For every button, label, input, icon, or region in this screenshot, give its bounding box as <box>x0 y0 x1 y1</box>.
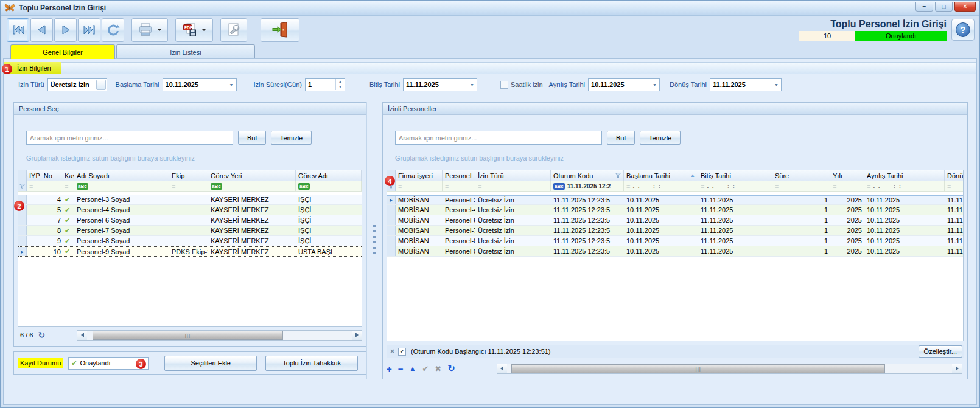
column-header-ekip[interactable]: Ekip <box>169 170 208 181</box>
refresh-button[interactable] <box>102 18 124 42</box>
table-row-selected[interactable]: ▸ 10 ✔ Personel-9 Soyad PDKS Ekip-1 KAYS… <box>18 246 362 257</box>
izinli-table-header: Firma işyeri Personel İzin Türü Oturum K… <box>387 170 963 181</box>
exit-button[interactable] <box>261 18 299 42</box>
next-record-button[interactable] <box>54 18 77 42</box>
personel-table-hscrollbar[interactable]: ||| <box>77 330 362 341</box>
spin-down-icon[interactable]: ▼ <box>336 85 345 90</box>
table-row[interactable]: MOBİSAN Personel-4 S Ücretsiz İzin 11.11… <box>387 205 963 215</box>
column-header-kay[interactable]: Kay <box>63 170 74 181</box>
table-row[interactable]: MOBİSAN Personel-6 S Ücretsiz İzin 11.11… <box>387 215 963 226</box>
izin-suresi-label: İzin Süresi(Gün) <box>254 81 302 88</box>
print-button[interactable] <box>131 18 168 42</box>
table-row[interactable]: MOBİSAN Personel-8 S Ücretsiz İzin 11.11… <box>387 236 963 246</box>
first-record-button[interactable] <box>7 18 29 42</box>
bul-button[interactable]: Bul <box>238 131 266 145</box>
table-row[interactable]: 8 ✔ Personel-7 Soyad KAYSERİ MERKEZ İŞÇİ <box>18 226 362 236</box>
annotation-badge-4: 4 <box>385 176 395 186</box>
column-header-donus-tarihi[interactable]: Dönüş <box>945 170 964 181</box>
izin-suresi-spinner[interactable]: ▲ ▼ <box>335 79 345 90</box>
table-row[interactable]: MOBİSAN Personel-9 S Ücretsiz İzin 11.11… <box>387 246 963 257</box>
izin-suresi-field[interactable]: ▲ ▼ <box>305 78 345 91</box>
column-header-gorev-adi[interactable]: Görev Adı <box>296 170 362 181</box>
izin-turu-input[interactable] <box>48 79 96 91</box>
donus-tarihi-field[interactable]: ▼ <box>710 78 782 91</box>
personel-search-input[interactable] <box>26 131 233 145</box>
edit-row-icon[interactable]: ▲ <box>410 365 416 372</box>
izinli-table-hscrollbar[interactable]: ||| <box>497 364 962 374</box>
export-pdf-button[interactable]: PDF <box>175 18 213 42</box>
scroll-left-arrow[interactable] <box>77 331 87 340</box>
table-row[interactable]: 9 ✔ Personel-8 Soyad KAYSERİ MERKEZ İŞÇİ <box>18 236 362 246</box>
pdf-dropdown-caret[interactable] <box>201 29 206 31</box>
bul-button[interactable]: Bul <box>607 131 635 145</box>
column-header-adi-soyadi[interactable]: Adı Soyadı <box>74 170 169 181</box>
izinli-personeller-header: İzinli Personeller <box>383 103 967 115</box>
temizle-button[interactable]: Temizle <box>271 131 312 145</box>
close-button[interactable]: × <box>954 2 976 12</box>
scroll-right-arrow[interactable] <box>952 364 962 373</box>
table-row[interactable]: 5 ✔ Personel-4 Soyad KAYSERİ MERKEZ İŞÇİ <box>18 205 362 215</box>
ayrilis-tarihi-input[interactable] <box>589 79 650 91</box>
scroll-thumb[interactable]: ||| <box>511 364 885 373</box>
spin-up-icon[interactable]: ▲ <box>336 79 345 85</box>
previous-record-button[interactable] <box>30 18 53 42</box>
column-header-firma[interactable]: Firma işyeri <box>396 170 443 181</box>
saatlik-izin-checkbox[interactable] <box>500 81 508 89</box>
column-header-bitis-tarihi[interactable]: Bitiş Tarihi <box>698 170 772 181</box>
ayrilis-dropdown-icon[interactable]: ▼ <box>650 83 659 87</box>
help-button[interactable]: ? <box>951 19 975 41</box>
toplu-izin-tahakkuk-button[interactable]: Toplu İzin Tahakkuk <box>265 356 358 371</box>
column-header-oturum-kodu[interactable]: Oturum Kodu <box>551 170 624 181</box>
donus-tarihi-input[interactable] <box>710 79 772 91</box>
grid-refresh-icon[interactable]: ↻ <box>38 330 45 340</box>
sort-ascending-icon: ▲ <box>690 173 695 178</box>
bitis-dropdown-icon[interactable]: ▼ <box>467 83 477 87</box>
scroll-left-arrow[interactable] <box>497 364 507 373</box>
izin-turu-field[interactable]: … <box>47 78 107 91</box>
izin-turu-lookup-button[interactable]: … <box>96 80 106 90</box>
column-header-ayrilis-tarihi[interactable]: Ayrılış Tarihi <box>864 170 945 181</box>
scroll-thumb[interactable]: ||| <box>93 331 283 340</box>
tab-izin-listesi[interactable]: İzin Listesi <box>116 44 255 59</box>
secilileri-ekle-button[interactable]: Seçilileri Ekle <box>164 356 257 371</box>
table-row[interactable]: 7 ✔ Personel-6 Soyad KAYSERİ MERKEZ İŞÇİ <box>18 215 362 226</box>
post-edit-icon[interactable]: ✔ <box>422 364 429 373</box>
column-header-gorev-yeri[interactable]: Görev Yeri <box>208 170 296 181</box>
baslama-dropdown-icon[interactable]: ▼ <box>227 83 236 87</box>
add-row-icon[interactable]: + <box>387 364 392 374</box>
page-setup-button[interactable] <box>220 18 247 42</box>
temizle-button[interactable]: Temizle <box>640 131 681 145</box>
filter-enabled-checkbox[interactable]: ✔ <box>398 348 406 356</box>
minimize-button[interactable]: − <box>915 2 933 12</box>
table-row[interactable]: MOBİSAN Personel-7 S Ücretsiz İzin 11.11… <box>387 226 963 236</box>
baslama-tarihi-field[interactable]: ▼ <box>163 78 237 91</box>
column-header-baslama-tarihi[interactable]: Başlama Tarihi ▲ <box>624 170 698 181</box>
maximize-button[interactable]: □ <box>935 2 953 12</box>
izin-suresi-input[interactable] <box>306 79 335 91</box>
filter-close-icon[interactable]: × <box>390 347 394 356</box>
refresh-data-icon[interactable]: ↻ <box>447 363 455 374</box>
last-record-button[interactable] <box>78 18 100 42</box>
tab-genel-bilgiler[interactable]: Genel Bilgiler <box>10 44 115 59</box>
ozellestir-button[interactable]: Özelleştir... <box>919 345 962 358</box>
scroll-right-arrow[interactable] <box>352 331 362 340</box>
bitis-tarihi-input[interactable] <box>404 79 467 91</box>
izinli-search-input[interactable] <box>395 131 602 145</box>
column-header-yili[interactable]: Yılı <box>830 170 864 181</box>
ayrilis-tarihi-field[interactable]: ▼ <box>588 78 660 91</box>
panel-splitter[interactable] <box>366 102 382 379</box>
ayrilis-tarihi-label: Ayrılış Tarihi <box>549 81 586 88</box>
column-header-sure[interactable]: Süre <box>772 170 830 181</box>
column-header-iyp-no[interactable]: IYP_No <box>27 170 63 181</box>
cancel-edit-icon[interactable]: ✖ <box>435 364 441 373</box>
izin-bilgileri-section-header: İzin Bilgileri <box>4 62 976 74</box>
table-row-selected[interactable]: ▸ MOBİSAN Personel-3 S Ücretsiz İzin 11.… <box>387 195 963 205</box>
column-header-izin-turu[interactable]: İzin Türü <box>475 170 551 181</box>
delete-row-icon[interactable]: − <box>398 364 404 374</box>
bitis-tarihi-field[interactable]: ▼ <box>403 78 477 91</box>
print-dropdown-caret[interactable] <box>157 29 162 31</box>
column-header-personel[interactable]: Personel <box>443 170 475 181</box>
baslama-tarihi-input[interactable] <box>163 79 227 91</box>
table-row[interactable]: 4 ✔ Personel-3 Soyad KAYSERİ MERKEZ İŞÇİ <box>18 195 362 205</box>
donus-dropdown-icon[interactable]: ▼ <box>772 83 781 87</box>
